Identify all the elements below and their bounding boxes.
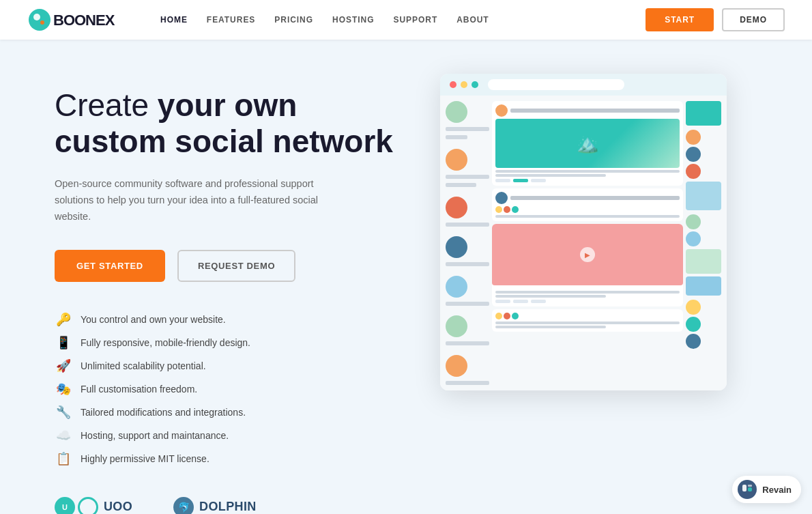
mockup-right-avatars-2 xyxy=(686,214,721,246)
feature-text-0: You control and own your website. xyxy=(81,314,226,325)
revain-widget[interactable]: Revain xyxy=(732,476,801,503)
mockup-post-header-1 xyxy=(495,104,680,117)
feature-icon-phone: 📱 xyxy=(55,335,72,350)
partner-uoo-name: UOO xyxy=(104,500,132,514)
features-list: 🔑 You control and own your website. 📱 Fu… xyxy=(55,312,409,466)
r-avatar-1 xyxy=(686,130,701,145)
hero-left: Create your own custom social network Op… xyxy=(55,74,409,466)
feature-text-4: Tailored modifications and integrations. xyxy=(81,407,246,418)
hero-title: Create your own custom social network xyxy=(55,87,409,160)
svg-point-1 xyxy=(33,14,40,20)
emoji-6 xyxy=(512,313,519,319)
mockup-left-col xyxy=(446,101,492,385)
mockup-avatar-6 xyxy=(446,315,467,337)
mockup-post-3-content xyxy=(492,287,683,306)
line-1 xyxy=(495,170,680,173)
mockup-post-actions-1 xyxy=(495,179,680,182)
mockup-post-lines-1 xyxy=(495,170,680,177)
mockup-post-header-2 xyxy=(495,192,680,204)
nav-hosting[interactable]: HOSTING xyxy=(332,15,374,25)
action-btn-5 xyxy=(513,300,528,303)
r-avatar-3 xyxy=(686,164,701,179)
feature-item-0: 🔑 You control and own your website. xyxy=(55,312,409,327)
mockup-right-blue xyxy=(686,276,721,296)
mockup-right-avatars-3 xyxy=(686,300,721,349)
demo-button[interactable]: DEMO xyxy=(722,8,785,31)
feature-item-6: 📋 Highly permissive MIT license. xyxy=(55,451,409,466)
mockup-post-name-1 xyxy=(510,109,680,113)
nav-right: START DEMO xyxy=(646,8,785,31)
action-btn-6 xyxy=(531,300,546,303)
mockup-post-lines-3 xyxy=(495,291,680,298)
mockup-line-2 xyxy=(446,135,467,139)
window-dot-red xyxy=(450,81,456,88)
revain-icon xyxy=(738,480,757,499)
line-4 xyxy=(495,291,680,294)
action-btn-4 xyxy=(495,300,510,303)
nav-about[interactable]: ABOUT xyxy=(456,15,489,25)
mockup-right-avatars-1 xyxy=(686,130,721,179)
r-avatar-8 xyxy=(686,334,701,349)
start-button[interactable]: START xyxy=(646,8,714,31)
feature-icon-key: 🔑 xyxy=(55,312,72,327)
mockup-right-img1 xyxy=(686,182,721,210)
feature-item-5: ☁️ Hosting, support and maintanance. xyxy=(55,428,409,443)
mockup-line-9 xyxy=(446,381,489,385)
mountain-icon: 🏔️ xyxy=(577,133,598,154)
uoo-icon2 xyxy=(78,497,98,514)
mockup-avatar-5 xyxy=(446,276,467,298)
line-7 xyxy=(495,326,606,328)
line-3 xyxy=(495,215,680,218)
mockup-emoji-row-1 xyxy=(495,206,680,213)
nav-support[interactable]: SUPPORT xyxy=(393,15,437,25)
r-avatar-4 xyxy=(686,214,701,229)
mockup-post-img-3: ▶ xyxy=(492,224,683,285)
r-avatar-7 xyxy=(686,317,701,332)
mockup-content: 🏔️ xyxy=(440,96,727,390)
hero-title-line2: custom social network xyxy=(55,124,393,159)
hero-right: 🏔️ xyxy=(409,74,757,390)
nav-features[interactable]: FEATURES xyxy=(207,15,255,25)
mockup-line-5 xyxy=(446,223,489,227)
hero-title-line1: Create xyxy=(55,87,158,123)
play-button[interactable]: ▶ xyxy=(580,247,595,262)
svg-rect-7 xyxy=(748,485,752,487)
uoo-icon: U xyxy=(55,497,75,514)
hero-description: Open-source community software and profe… xyxy=(55,176,341,225)
nav-pricing[interactable]: PRICING xyxy=(274,15,313,25)
mockup-post-lines-2 xyxy=(495,215,680,218)
mockup-url-bar xyxy=(488,79,624,90)
emoji-3 xyxy=(512,206,519,213)
get-started-button[interactable]: GET STARTED xyxy=(55,250,165,282)
feature-icon-rocket: 🚀 xyxy=(55,358,72,373)
svg-point-4 xyxy=(738,480,757,499)
feature-item-4: 🔧 Tailored modifications and integration… xyxy=(55,405,409,420)
r-avatar-2 xyxy=(686,147,701,162)
feature-item-2: 🚀 Unlimited scalability potential. xyxy=(55,358,409,373)
svg-point-2 xyxy=(40,20,44,25)
logo[interactable]: BOONEX xyxy=(27,7,126,33)
feature-text-2: Unlimited scalability potential. xyxy=(81,360,206,371)
mockup-right-green xyxy=(686,101,721,126)
hero-title-bold1: your own xyxy=(158,87,297,123)
line-5 xyxy=(495,295,606,298)
request-demo-button[interactable]: REQUEST DEMO xyxy=(177,250,295,282)
window-dot-yellow xyxy=(461,81,467,88)
mockup-post-av-1 xyxy=(495,104,508,117)
feature-icon-theater: 🎭 xyxy=(55,382,72,397)
feature-item-3: 🎭 Full customisation freedom. xyxy=(55,382,409,397)
feature-text-5: Hosting, support and maintanance. xyxy=(81,430,229,441)
emoji-1 xyxy=(495,206,502,213)
partner-dolphin: 🐬 DOLPHIN xyxy=(173,495,257,514)
feature-text-6: Highly permissive MIT license. xyxy=(81,453,209,464)
mockup-mid-col: 🏔️ xyxy=(492,101,683,385)
hero-section: Create your own custom social network Op… xyxy=(0,40,812,487)
mockup-bar xyxy=(440,74,727,96)
emoji-5 xyxy=(504,313,510,319)
partner-uoo: U UOO xyxy=(55,495,132,514)
action-btn-2 xyxy=(513,179,528,182)
window-dot-green xyxy=(472,81,478,88)
mockup-line-6 xyxy=(446,262,489,266)
nav-home[interactable]: HOME xyxy=(160,15,188,25)
mockup-line-8 xyxy=(446,341,489,345)
